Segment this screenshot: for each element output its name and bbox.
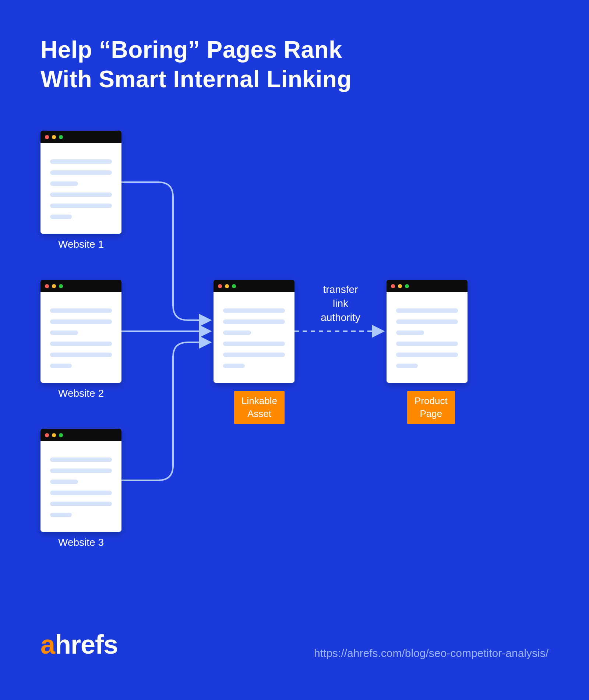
website-3-card: [40, 429, 121, 532]
page-content-placeholder: [40, 143, 121, 219]
maximize-icon: [405, 284, 409, 288]
window-titlebar: [40, 280, 121, 292]
product-page-card: [387, 280, 468, 383]
website-3-label: Website 3: [40, 537, 121, 548]
page-content-placeholder: [40, 441, 121, 517]
close-icon: [391, 284, 395, 288]
linkable-asset-tag: LinkableAsset: [234, 391, 285, 424]
maximize-icon: [59, 284, 63, 288]
close-icon: [45, 433, 49, 437]
window-titlebar: [40, 429, 121, 441]
window-titlebar: [387, 280, 468, 292]
transfer-link-authority-label: transferlinkauthority: [302, 283, 379, 324]
logo-accent-letter: a: [40, 629, 55, 660]
maximize-icon: [59, 135, 63, 139]
window-titlebar: [214, 280, 294, 292]
minimize-icon: [52, 135, 56, 139]
minimize-icon: [398, 284, 402, 288]
window-titlebar: [40, 131, 121, 143]
website-1-card: [40, 131, 121, 234]
website-1-label: Website 1: [40, 238, 121, 250]
minimize-icon: [225, 284, 229, 288]
close-icon: [45, 284, 49, 288]
linkable-asset-card: [214, 280, 294, 383]
maximize-icon: [59, 433, 63, 437]
ahrefs-logo: ahrefs: [40, 629, 118, 660]
source-url: https://ahrefs.com/blog/seo-competitor-a…: [314, 647, 549, 660]
close-icon: [45, 135, 49, 139]
diagram-title: Help “Boring” Pages RankWith Smart Inter…: [40, 35, 352, 94]
page-content-placeholder: [40, 292, 121, 368]
minimize-icon: [52, 433, 56, 437]
logo-rest: hrefs: [55, 629, 118, 660]
page-content-placeholder: [214, 292, 294, 368]
minimize-icon: [52, 284, 56, 288]
close-icon: [218, 284, 222, 288]
product-page-tag: ProductPage: [407, 391, 455, 424]
page-content-placeholder: [387, 292, 468, 368]
website-2-label: Website 2: [40, 388, 121, 399]
footer: ahrefs https://ahrefs.com/blog/seo-compe…: [40, 629, 549, 660]
website-2-card: [40, 280, 121, 383]
maximize-icon: [232, 284, 236, 288]
